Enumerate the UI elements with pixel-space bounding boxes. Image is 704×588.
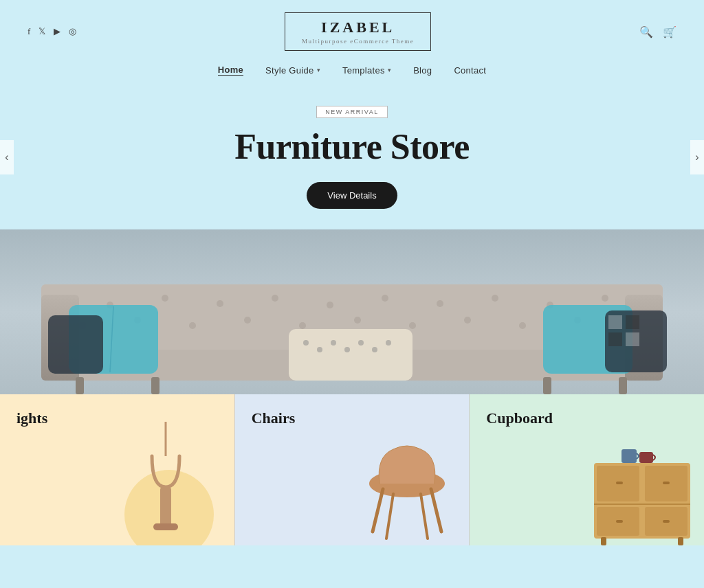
svg-rect-65 [663,520,670,523]
category-row: ights Chairs Cupboard [0,394,704,545]
chevron-down-icon: ▾ [388,67,391,74]
main-nav: Home Style Guide ▾ Templates ▾ Blog Cont… [0,58,704,85]
lamp-icon [138,422,193,545]
youtube-icon[interactable]: ▶ [54,26,60,37]
nav-blog[interactable]: Blog [413,65,432,76]
facebook-icon[interactable]: f [28,26,30,37]
svg-line-54 [386,494,393,539]
svg-rect-64 [616,520,623,523]
svg-line-52 [373,489,383,532]
svg-point-9 [437,300,443,307]
nav-contact[interactable]: Contact [454,65,486,76]
chair-icon [359,422,455,545]
top-bar: f 𝕏 ▶ ◎ IZABEL Multipurpose eCommerce Th… [0,0,704,58]
category-cupboard[interactable]: Cupboard [469,394,704,545]
svg-point-40 [372,347,377,352]
svg-point-19 [409,322,416,329]
svg-point-36 [317,347,322,352]
svg-rect-45 [626,315,639,329]
logo-title: IZABEL [302,19,414,36]
svg-rect-69 [639,452,653,463]
svg-point-15 [189,322,196,329]
svg-rect-62 [616,482,623,484]
cupboard-icon [587,422,697,545]
sofa-image [0,229,704,394]
svg-point-8 [382,295,388,302]
instagram-icon[interactable]: ◎ [69,26,76,37]
svg-rect-46 [608,332,622,346]
svg-rect-27 [76,377,84,394]
category-chairs-title: Chairs [252,409,296,427]
svg-point-39 [358,340,364,346]
svg-point-35 [303,340,309,346]
svg-rect-50 [153,523,178,530]
svg-point-7 [327,302,333,308]
social-icons: f 𝕏 ▶ ◎ [28,26,76,37]
svg-point-12 [602,295,608,302]
nav-home[interactable]: Home [218,65,243,76]
cart-icon[interactable]: 🛒 [663,25,676,38]
svg-point-38 [344,347,350,352]
svg-rect-29 [543,377,551,394]
svg-rect-30 [619,377,627,394]
svg-point-17 [299,322,306,329]
new-arrival-badge: NEW ARRIVAL [316,106,387,118]
category-chairs[interactable]: Chairs [234,394,470,545]
svg-rect-44 [608,315,622,329]
nav-templates[interactable]: Templates ▾ [342,65,391,76]
search-icon[interactable]: 🔍 [639,25,653,38]
category-lights-title: ights [16,409,47,427]
svg-rect-34 [289,329,412,381]
svg-rect-66 [601,537,606,545]
category-lights[interactable]: ights [0,394,234,545]
logo[interactable]: IZABEL Multipurpose eCommerce Theme [285,12,431,51]
svg-point-10 [492,295,498,302]
nav-style-guide[interactable]: Style Guide ▾ [265,65,320,76]
svg-line-53 [431,489,441,532]
chevron-down-icon: ▾ [317,67,320,74]
twitter-icon[interactable]: 𝕏 [38,26,45,37]
svg-point-4 [162,295,168,302]
svg-line-55 [421,494,428,539]
svg-point-21 [519,322,526,329]
svg-point-6 [272,295,278,302]
svg-rect-47 [626,332,639,346]
prev-slide-button[interactable]: ‹ [0,140,14,174]
svg-point-37 [331,340,336,346]
svg-point-5 [217,300,223,307]
svg-rect-33 [48,315,103,374]
svg-rect-63 [663,482,670,484]
hero-title: Furniture Store [234,126,470,167]
svg-point-20 [464,317,471,324]
svg-point-18 [354,317,361,324]
svg-point-41 [386,340,391,346]
svg-rect-68 [622,449,637,463]
view-details-button[interactable]: View Details [307,182,397,209]
logo-subtitle: Multipurpose eCommerce Theme [302,38,414,45]
next-slide-button[interactable]: › [690,140,704,174]
hero-section: ‹ NEW ARRIVAL Furniture Store View Detai… [0,85,704,229]
svg-point-16 [244,317,251,324]
header-icons: 🔍 🛒 [639,25,676,38]
svg-rect-67 [678,537,683,545]
category-cupboard-title: Cupboard [486,409,553,427]
svg-rect-49 [160,487,171,528]
svg-rect-28 [151,377,160,394]
